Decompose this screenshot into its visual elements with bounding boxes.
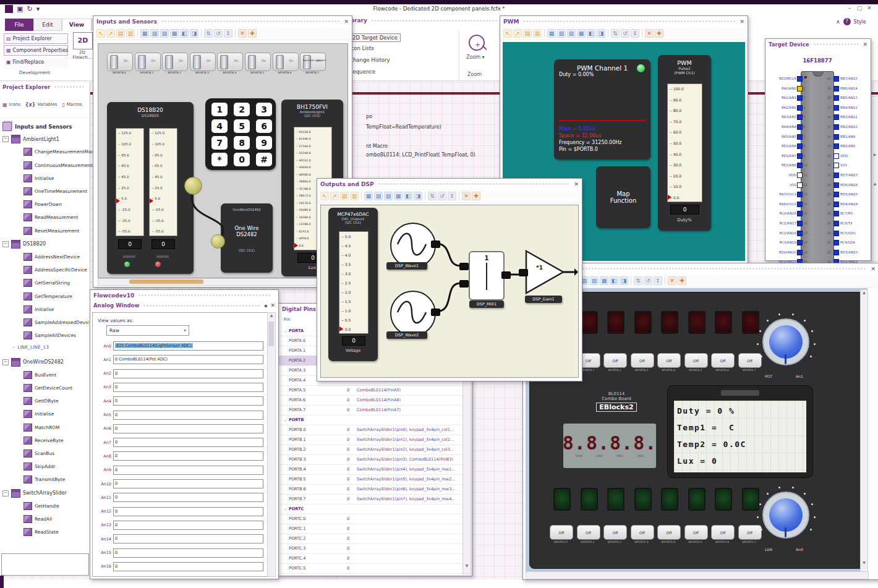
gauge-pointer[interactable] [294, 243, 298, 248]
pin-left[interactable] [797, 76, 803, 82]
pin-left[interactable] [797, 211, 803, 216]
pin-left[interactable] [797, 134, 803, 140]
gauge-pointer[interactable] [116, 198, 120, 203]
pin-left[interactable] [797, 173, 803, 178]
digital-row-PORTB.0[interactable]: PORTB.00SwitchArraySlider1(pin0), keypad… [279, 425, 462, 435]
tree-macro-item[interactable]: SkipAddr [23, 462, 56, 471]
map-function-box[interactable]: Map Function [596, 166, 650, 228]
tool-icon-12[interactable]: ↕ [631, 29, 639, 38]
analog-value-input[interactable]: 0 [113, 548, 263, 558]
qat-icon-2[interactable]: ↻ [27, 5, 32, 13]
tool-icon-8[interactable]: ◧ [587, 29, 595, 38]
digital-row-PORTC.0[interactable]: PORTC.00 [279, 514, 462, 524]
tab-edit[interactable]: Edit [33, 19, 62, 31]
digital-row-PORTB.2[interactable]: PORTB.20SwitchArraySlider1(pin2), keypad… [279, 445, 462, 455]
tree-macro-item[interactable]: Initialise [23, 410, 54, 418]
analog-value-input[interactable]: 0 ComboBL0114(Pot ADC) [113, 355, 263, 364]
close-icon[interactable]: ✕ [863, 41, 867, 48]
tool-icon-12[interactable]: ↕ [448, 192, 456, 200]
digital-row-PORTB.5[interactable]: PORTB.50SwitchArraySlider1(pin5), keypad… [279, 474, 462, 485]
port-d-button-$PORTD.4[interactable]: Off [657, 525, 681, 540]
pin-left[interactable] [797, 86, 803, 92]
expander-icon[interactable]: − [2, 490, 9, 496]
analog-value-input[interactable]: 0 [113, 466, 263, 475]
switch-knob[interactable] [220, 55, 228, 69]
tool-icon-8[interactable]: ◧ [404, 192, 412, 200]
tool-icon-6[interactable]: ▨ [384, 192, 393, 200]
tool-icon-7[interactable]: ▩ [600, 276, 608, 285]
explorer-tool-macros[interactable]: ▯Macros [62, 102, 82, 108]
onewire-node-1[interactable] [184, 177, 202, 195]
switch-knob[interactable] [138, 55, 146, 69]
tree-macro-item[interactable]: TransmitByte [23, 475, 65, 484]
keypad-key-*[interactable]: * [211, 153, 228, 166]
keypad-key-9[interactable]: 9 [256, 136, 272, 150]
tree-folder-DS18B20[interactable]: −DS18B20 [2, 240, 46, 249]
switch-knob[interactable] [165, 55, 173, 69]
close-icon[interactable]: ✕ [270, 302, 275, 309]
tool-icon-5[interactable]: ▧ [557, 29, 566, 38]
tool-icon-9[interactable]: ◨ [620, 276, 628, 285]
digital-row-PORTA.6[interactable]: PORTA.60ComboBL0114(PinA6) [279, 395, 462, 406]
switch-$PORTB.7[interactable]: On [300, 53, 326, 71]
dsp-gain-node[interactable] [524, 249, 568, 296]
tool-icon-11[interactable]: ↺ [438, 192, 446, 200]
tool-icon-12[interactable]: ↕ [224, 29, 232, 38]
tool-icon-10[interactable]: ⇅ [428, 192, 437, 200]
switch-$PORTB.4[interactable]: On [217, 53, 243, 71]
tool-icon-2[interactable]: ▤ [116, 29, 125, 38]
port-d-button-$PORTD.5[interactable]: Off [684, 525, 708, 540]
zoom-icon[interactable]: + [469, 35, 485, 51]
pin-left[interactable] [797, 240, 803, 245]
port-d-button-$PORTD.0[interactable]: Off [550, 525, 573, 540]
digital-row-PORTB.1[interactable]: PORTB.10SwitchArraySlider1(pin1), keypad… [279, 435, 462, 445]
tree-macro-item[interactable]: MatchROM [23, 424, 59, 432]
tree-macro-item[interactable]: GetTemperature [23, 292, 72, 300]
digital-row-PORTC.4[interactable]: PORTC.40 [279, 553, 462, 564]
tool-icon-0[interactable]: ↖ [503, 29, 512, 38]
zoom-dropdown[interactable]: Zoom ▾ [466, 54, 485, 60]
pin-right[interactable] [833, 211, 839, 216]
keypad-key-6[interactable]: 6 [256, 119, 272, 133]
analog-value-input[interactable]: 0 [113, 438, 263, 447]
restore-icon[interactable]: ▢ [855, 5, 864, 11]
close-icon[interactable]: ✕ [864, 5, 874, 11]
analog-value-input[interactable]: 0 [113, 521, 263, 530]
switch-knob[interactable] [303, 55, 311, 69]
pin-right[interactable] [833, 192, 839, 197]
view-mode-select[interactable]: Raw▾ [106, 325, 189, 336]
collapse-ribbon-icon[interactable]: ∧ [836, 19, 840, 25]
port-a-button-$PORTA.2[interactable]: Off [603, 353, 627, 368]
tool-icon-1[interactable]: ↗ [330, 192, 339, 200]
canvas-vscrollbar[interactable]: ▶▲ [871, 96, 878, 262]
digital-group-PORTC[interactable]: ⌄PORTC [279, 504, 462, 514]
tree-macro-item[interactable]: OneTimeMeasurement [23, 187, 87, 195]
tree-macro-item[interactable]: ResetMeasurement [23, 227, 79, 235]
tree-macro-item[interactable]: GetIDByte [23, 397, 59, 405]
tool-icon-13[interactable]: ✕ [668, 276, 676, 285]
tree-macro-item[interactable]: BusEvent [23, 371, 56, 379]
pin-left[interactable] [797, 153, 803, 159]
tree-folder-SwitchArraySlider[interactable]: −SwitchArraySlider [2, 489, 67, 498]
tool-icon-2[interactable]: ▤ [523, 29, 532, 38]
tool-icon-12[interactable]: ↕ [654, 276, 662, 285]
pin-right[interactable] [833, 231, 839, 236]
minimize-icon[interactable]: – [845, 5, 855, 11]
switch-$PORTB.2[interactable]: On [162, 53, 188, 71]
tree-macro-item[interactable]: Initialise [23, 174, 54, 182]
tool-icon-6[interactable]: ▨ [590, 276, 599, 285]
analog-value-input[interactable]: 0 [113, 534, 263, 543]
dsp-wave1-node[interactable] [390, 223, 436, 268]
pin-left[interactable] [797, 124, 803, 130]
tool-icon-6[interactable]: ▨ [567, 29, 576, 38]
analog-value-input[interactable]: 0 [113, 383, 263, 392]
dsp-panel-canvas[interactable]: MCP47x6DAC DAC_Output1 (I2C Ch1) ‒ 5.0‒ … [320, 205, 579, 378]
tool-icon-14[interactable]: ✚ [248, 29, 257, 38]
tool-icon-13[interactable]: ✕ [645, 29, 654, 38]
pin-right[interactable] [833, 250, 839, 255]
gauge-pointer[interactable] [668, 195, 671, 200]
tree-macro-item[interactable]: GetHandle [23, 502, 59, 510]
pin-left[interactable] [797, 143, 803, 149]
tool-icon-10[interactable]: ⇅ [611, 29, 620, 38]
port-a-button-$PORTA.6[interactable]: Off [711, 353, 735, 368]
